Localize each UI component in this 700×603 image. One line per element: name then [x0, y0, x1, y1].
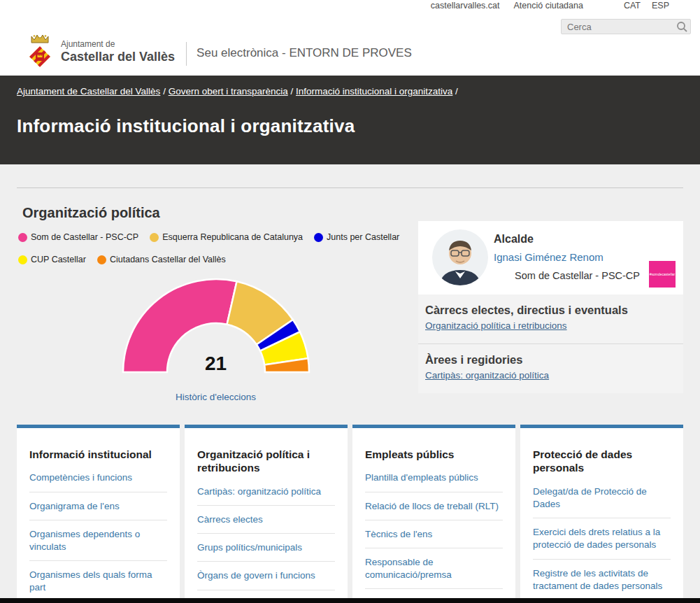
card-link[interactable]: Organismes dependents o vinculats: [29, 528, 167, 553]
legend-dot: [18, 233, 27, 242]
mayor-name-link[interactable]: Ignasi Giménez Renom: [494, 251, 603, 263]
card-link-row: Càrrecs electes: [197, 506, 335, 534]
areas-link[interactable]: Cartipàs: organització política: [425, 370, 549, 381]
legend-label: Esquerra Republicana de Catalunya: [162, 232, 303, 242]
brand-text: Ajuntament de Castellar del Vallès: [61, 32, 175, 64]
coat-of-arms-icon: [28, 34, 52, 71]
lang-esp-link[interactable]: ESP: [652, 1, 669, 10]
legend-item: Junts per Castellar: [314, 232, 399, 242]
card-link[interactable]: Registre de les activitats de tractament…: [533, 567, 671, 593]
brand-separator: [186, 42, 187, 66]
legend-dot: [314, 233, 323, 242]
elected-officials-section: Càrrecs electes, directius i eventuals O…: [418, 295, 683, 343]
seats-chart: 21: [118, 274, 314, 381]
breadcrumb-link[interactable]: Informació institucional i organitzativa: [296, 86, 452, 97]
search-input[interactable]: [562, 22, 675, 32]
legend-dot: [150, 233, 159, 242]
card-heading: Protecció de dades personals: [533, 448, 671, 475]
party-logo: #somdecastellar: [649, 261, 676, 288]
card-link[interactable]: Tècnics de l'ens: [365, 528, 503, 541]
card-link[interactable]: Responsable de comunicació/premsa: [365, 556, 503, 581]
link-card: Informació institucionalCompetències i f…: [17, 425, 180, 603]
legend-label: CUP Castellar: [31, 255, 86, 264]
card-link-row: Organismes dels quals forma part: [29, 561, 167, 602]
card-link[interactable]: Exercici dels drets relatius a la protec…: [533, 526, 671, 551]
card-link-row: Delegat/da de Protecció de Dades: [533, 478, 671, 518]
card-link-row: Plantilla d'empleats públics: [365, 464, 503, 492]
page-title: Informació institucional i organitzativa: [17, 115, 683, 137]
card-link-row: Exercici dels drets relatius a la protec…: [533, 518, 671, 559]
mayor-role-label: Alcalde: [494, 233, 534, 246]
card-link-row: Competències i funcions: [29, 464, 167, 492]
legend-dot: [18, 255, 27, 264]
utility-bar: castellarvalles.cat Atenció ciutadana CA…: [431, 1, 669, 10]
card-link-row: Registre de les activitats de tractament…: [533, 560, 671, 600]
card-link-row: Responsable de comunicació/premsa: [365, 548, 503, 589]
brand-name-label: Castellar del Vallès: [61, 50, 175, 64]
legend-item: Esquerra Republicana de Catalunya: [150, 232, 303, 242]
mayor-party-label: Som de Castellar - PSC-CP: [515, 270, 640, 281]
right-panel: Alcalde Ignasi Giménez Renom Som de Cast…: [418, 221, 683, 393]
politics-heading: Organització política: [22, 205, 415, 221]
page-header-band: Ajuntament de Castellar del Vallès / Gov…: [0, 76, 700, 164]
main-content: Organització política Som de Castellar -…: [0, 187, 700, 402]
card-heading: Empleats públics: [365, 448, 503, 461]
link-columns: Informació institucionalCompetències i f…: [17, 425, 683, 603]
breadcrumb-separator: /: [160, 86, 168, 97]
card-link[interactable]: Relació de llocs de treball (RLT): [365, 500, 503, 513]
breadcrumb-link[interactable]: Govern obert i transparència: [169, 86, 288, 97]
card-link[interactable]: Càrrecs electes: [197, 513, 335, 526]
chart-legend: Som de Castellar - PSC-CPEsquerra Republ…: [18, 232, 415, 264]
mayor-card: Alcalde Ignasi Giménez Renom Som de Cast…: [418, 221, 683, 295]
card-link[interactable]: Plantilla d'empleats públics: [365, 471, 503, 484]
card-link-row: Cartipàs: organització política: [197, 478, 335, 506]
footer-strip: [0, 598, 700, 603]
elected-officials-heading: Càrrecs electes, directius i eventuals: [425, 304, 676, 317]
site-header: castellarvalles.cat Atenció ciutadana CA…: [0, 0, 700, 76]
breadcrumb-separator: /: [288, 86, 296, 97]
party-logo-text: #somdecastellar: [650, 272, 675, 276]
legend-item: CUP Castellar: [18, 255, 86, 264]
card-link[interactable]: Òrgans de govern i funcions: [197, 569, 335, 582]
link-card: Organització política i retribucionsCart…: [185, 425, 348, 603]
legend-item: Som de Castellar - PSC-CP: [18, 232, 138, 242]
election-history-link[interactable]: Històric d'eleccions: [17, 392, 415, 402]
breadcrumb-link[interactable]: Ajuntament de Castellar del Vallès: [17, 86, 160, 97]
portal-link[interactable]: castellarvalles.cat: [431, 1, 500, 10]
card-link-row: Tècnics de l'ens: [365, 520, 503, 548]
legend-label: Ciutadans Castellar del Vallès: [110, 255, 226, 264]
search-box: [561, 19, 691, 34]
total-seats-label: 21: [118, 353, 314, 375]
legend-dot: [97, 255, 106, 264]
areas-section: Àrees i regidories Cartipàs: organitzaci…: [418, 344, 683, 393]
legend-item: Ciutadans Castellar del Vallès: [97, 255, 226, 264]
mayor-photo: [432, 229, 488, 285]
card-link-row: Organismes dependents o vinculats: [29, 520, 167, 561]
mayor-portrait-image: [432, 229, 488, 285]
lang-cat-link[interactable]: CAT: [624, 1, 641, 10]
brand-pre-label: Ajuntament de: [61, 39, 175, 49]
card-link[interactable]: Competències i funcions: [29, 471, 167, 484]
card-link[interactable]: Organismes dels quals forma part: [29, 569, 167, 594]
politics-section: Organització política Som de Castellar -…: [17, 188, 415, 402]
citizen-attention-link[interactable]: Atenció ciutadana: [514, 1, 583, 10]
card-link-row: Grups polítics/municipals: [197, 534, 335, 562]
link-card: Empleats públicsPlantilla d'empleats púb…: [352, 425, 515, 603]
breadcrumb-separator: /: [452, 86, 458, 97]
card-link-row: Organigrama de l'ens: [29, 492, 167, 520]
card-link[interactable]: Grups polítics/municipals: [197, 541, 335, 554]
card-link[interactable]: Delegat/da de Protecció de Dades: [533, 485, 671, 511]
areas-heading: Àrees i regidories: [425, 353, 676, 367]
card-heading: Informació institucional: [29, 448, 167, 461]
card-link-row: Òrgans de govern i funcions: [197, 562, 335, 590]
breadcrumb: Ajuntament de Castellar del Vallès / Gov…: [17, 86, 683, 97]
elected-officials-link[interactable]: Organització política i retribucions: [425, 320, 567, 331]
legend-label: Som de Castellar - PSC-CP: [31, 232, 138, 242]
site-label: Seu electrònica - ENTORN DE PROVES: [197, 46, 412, 60]
card-link-row: Relació de llocs de treball (RLT): [365, 492, 503, 520]
legend-label: Junts per Castellar: [327, 232, 399, 242]
brand[interactable]: Ajuntament de Castellar del Vallès Seu e…: [28, 32, 412, 71]
card-link[interactable]: Organigrama de l'ens: [29, 500, 167, 513]
card-link[interactable]: Cartipàs: organització política: [197, 485, 335, 498]
search-icon[interactable]: [675, 21, 690, 32]
